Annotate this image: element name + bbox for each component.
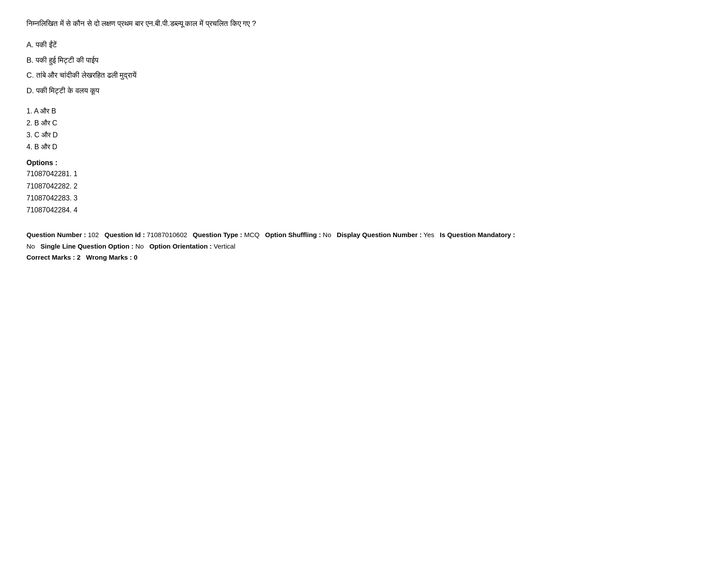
options-list: A. पकी ईंटें B. पकी हुई मिट्टी की पाईप C… — [26, 38, 702, 98]
answer-options-list: 1. A और B 2. B और C 3. C और D 4. B और D — [26, 105, 702, 153]
question-type-label: Question Type : — [193, 231, 242, 238]
option-d-label: D. — [26, 87, 34, 95]
is-question-mandatory-label: Is Question Mandatory : — [440, 231, 515, 238]
option-shuffling-label: Option Shuffling : — [265, 231, 321, 238]
option-id-3-id: 71087042283. — [26, 194, 71, 202]
question-id-label: Question Id : — [105, 231, 145, 238]
single-line-value: No — [135, 242, 144, 250]
option-id-4-num: 4 — [74, 206, 78, 214]
meta-line-1: Question Number : 102 Question Id : 7108… — [26, 229, 702, 241]
wrong-marks-label: Wrong Marks : — [86, 253, 132, 261]
option-ids-list: 71087042281. 1 71087042282. 2 7108704228… — [26, 168, 702, 216]
answer-option-1-num: 1. — [26, 107, 32, 115]
answer-option-4: 4. B और D — [26, 141, 702, 153]
option-a-label: A. — [26, 41, 34, 49]
answer-option-2-text: B और C — [34, 119, 57, 127]
single-line-label: Single Line Question Option : — [41, 242, 134, 250]
option-id-4: 71087042284. 4 — [26, 204, 702, 216]
option-id-2: 71087042282. 2 — [26, 180, 702, 192]
display-question-number-value: Yes — [424, 231, 434, 238]
question-number-value: 102 — [88, 231, 99, 238]
option-id-1: 71087042281. 1 — [26, 168, 702, 180]
option-b-text: पकी हुई मिट्टी की पाईप — [36, 56, 98, 64]
answer-option-1: 1. A और B — [26, 105, 702, 117]
answer-option-4-num: 4. — [26, 143, 32, 151]
option-b-label: B. — [26, 56, 34, 64]
question-type-value: MCQ — [244, 231, 259, 238]
answer-option-2-num: 2. — [26, 119, 32, 127]
option-id-1-id: 71087042281. — [26, 170, 71, 178]
answer-option-3-num: 3. — [26, 131, 32, 139]
question-container: निम्नलिखित में से कौन से दो लक्षण प्रथम … — [26, 18, 702, 263]
option-c-label: C. — [26, 71, 34, 79]
answer-option-3-text: C और D — [34, 131, 58, 139]
answer-option-4-text: B और D — [34, 143, 57, 151]
question-number-label: Question Number : — [26, 231, 86, 238]
answer-option-2: 2. B और C — [26, 117, 702, 129]
option-d: D. पकी मिट्टी के वलय कूप — [26, 84, 702, 98]
option-a: A. पकी ईंटें — [26, 38, 702, 52]
option-id-3: 71087042283. 3 — [26, 192, 702, 204]
question-text: निम्नलिखित में से कौन से दो लक्षण प्रथम … — [26, 18, 702, 30]
options-label: Options : — [26, 159, 702, 167]
option-d-text: पकी मिट्टी के वलय कूप — [36, 87, 99, 95]
answer-option-1-text: A और B — [34, 107, 56, 115]
option-b: B. पकी हुई मिट्टी की पाईप — [26, 54, 702, 68]
meta-block: Question Number : 102 Question Id : 7108… — [26, 229, 702, 263]
option-id-4-id: 71087042284. — [26, 206, 71, 214]
option-id-3-num: 3 — [74, 194, 78, 202]
option-id-2-id: 71087042282. — [26, 182, 71, 190]
marks-line: Correct Marks : 2 Wrong Marks : 0 — [26, 252, 702, 263]
option-orientation-label: Option Orientation : — [149, 242, 212, 250]
answer-option-3: 3. C और D — [26, 129, 702, 141]
option-a-text: पकी ईंटें — [36, 41, 57, 49]
correct-marks-label: Correct Marks : — [26, 253, 75, 261]
option-shuffling-value: No — [323, 231, 331, 238]
display-question-number-label: Display Question Number : — [337, 231, 422, 238]
is-question-mandatory-value: No — [26, 242, 35, 250]
correct-marks-value: 2 — [77, 253, 80, 261]
question-id-value: 71087010602 — [147, 231, 188, 238]
option-id-1-num: 1 — [74, 170, 78, 178]
option-orientation-value: Vertical — [214, 242, 235, 250]
option-id-2-num: 2 — [74, 182, 78, 190]
meta-line-2: No Single Line Question Option : No Opti… — [26, 241, 702, 252]
wrong-marks-value: 0 — [134, 253, 137, 261]
option-c: C. तांबे और चांदीकी लेखरहित ढली मुद्राये… — [26, 69, 702, 83]
option-c-text: तांबे और चांदीकी लेखरहित ढली मुद्रायें — [36, 71, 137, 79]
